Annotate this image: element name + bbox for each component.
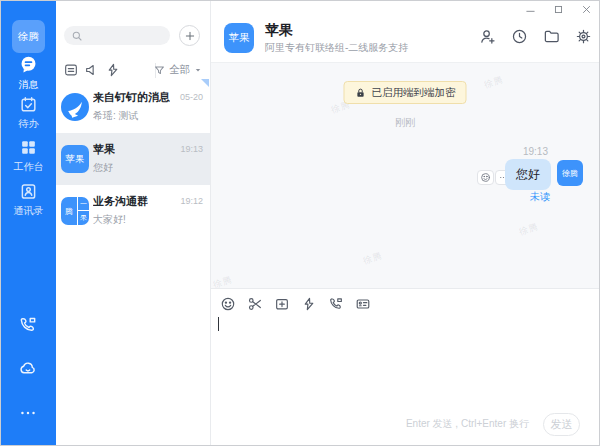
name-card-icon[interactable]	[355, 296, 371, 312]
avatar[interactable]: 徐腾	[12, 20, 45, 53]
watermark: 徐腾	[361, 249, 384, 268]
new-chat-button[interactable]	[179, 25, 200, 46]
call-icon[interactable]	[328, 296, 344, 312]
chat-item-preview: 您好	[93, 161, 113, 175]
time-divider: 刚刚	[211, 116, 599, 130]
message-bubble[interactable]: 您好	[505, 159, 551, 190]
encryption-banner: 已启用端到端加密	[344, 81, 467, 104]
cloud-disk-icon[interactable]	[18, 358, 38, 378]
sidebar-item-label: 工作台	[14, 160, 44, 174]
chat-item-name: 苹果	[93, 142, 115, 157]
new-message-wedge-icon[interactable]	[201, 79, 209, 87]
emoji-icon[interactable]	[220, 296, 236, 312]
chat-pane: 苹果 苹果 阿里专有钉联络组-二线服务支持	[211, 1, 599, 445]
file-plus-icon[interactable]	[274, 296, 290, 312]
dingtalk-window: 徐腾 消息 待办	[0, 0, 600, 446]
group-avatar-tile: 腾	[61, 197, 77, 225]
input-area: Enter 发送 , Ctrl+Enter 换行 发送	[211, 288, 599, 445]
sidebar-item-label: 消息	[19, 78, 39, 92]
message-time: 19:13	[523, 146, 548, 157]
chat-item-time: 19:12	[180, 196, 203, 206]
search-box[interactable]	[64, 26, 170, 45]
chat-item-preview: 希瑶: 测试	[93, 109, 139, 123]
filter-label: 全部	[169, 63, 190, 77]
minimize-icon[interactable]	[525, 4, 536, 15]
sidebar-item-label: 待办	[19, 117, 39, 131]
plus-icon	[184, 30, 196, 42]
lock-icon	[355, 87, 367, 99]
encryption-banner-text: 已启用端到端加密	[372, 86, 456, 100]
settings-gear-icon[interactable]	[575, 28, 592, 45]
contacts-book-icon	[19, 182, 38, 201]
flash-icon[interactable]	[301, 296, 317, 312]
search-input[interactable]	[87, 30, 157, 41]
caret-down-icon	[193, 65, 203, 75]
chat-list-panel: 全部 来自钉钉的消息 05-20 希瑶: 测试 苹果 苹果	[56, 1, 211, 445]
grid-icon	[19, 138, 38, 157]
calendar-check-icon	[19, 95, 38, 114]
chat-item-name: 来自钉钉的消息	[93, 90, 170, 105]
dingtalk-logo-avatar	[61, 93, 89, 121]
watermark: 徐腾	[517, 220, 540, 239]
watermark: 徐腾	[482, 73, 505, 92]
left-rail: 徐腾 消息 待办	[1, 1, 56, 445]
header-actions	[479, 28, 592, 45]
sidebar-item-label: 通讯录	[14, 204, 44, 218]
announcement-icon[interactable]	[84, 62, 100, 78]
sidebar-item-workbench[interactable]: 工作台	[1, 138, 56, 174]
chat-item-time: 05-20	[180, 92, 203, 102]
flash-icon[interactable]	[105, 62, 121, 78]
avatar[interactable]: 苹果	[224, 23, 254, 53]
message-input[interactable]	[211, 317, 599, 407]
folder-icon[interactable]	[543, 28, 560, 45]
chat-item-name: 业务沟通群	[93, 194, 148, 209]
chat-item-pingguo[interactable]: 苹果 苹果 19:13 您好	[56, 133, 210, 185]
phone-call-icon[interactable]	[18, 315, 38, 335]
window-controls	[525, 4, 592, 15]
filter-dropdown[interactable]: 全部	[153, 63, 203, 77]
funnel-icon	[153, 64, 166, 77]
chat-item-preview: 大家好!	[93, 213, 126, 227]
close-icon[interactable]	[581, 4, 592, 15]
avatar[interactable]: 徐腾	[557, 160, 583, 186]
read-status-badge[interactable]: 未读	[530, 190, 550, 204]
search-icon	[71, 30, 83, 42]
message-area: 徐腾 徐腾 徐腾 徐腾 徐腾 已启用端到端加密 刚刚 19:13	[211, 63, 599, 288]
ding-record-icon[interactable]	[63, 62, 79, 78]
emoji-react-icon[interactable]	[477, 170, 494, 185]
chat-item-group[interactable]: 腾 一 果 业务沟通群 19:12 大家好!	[56, 185, 210, 237]
group-avatar: 腾 一 果	[61, 197, 89, 225]
chat-title: 苹果	[265, 22, 293, 40]
send-hint: Enter 发送 , Ctrl+Enter 换行	[406, 417, 529, 431]
sidebar-item-contacts[interactable]: 通讯录	[1, 182, 56, 218]
send-button[interactable]: 发送	[543, 413, 580, 436]
text-caret	[218, 317, 219, 331]
list-toolbar: 全部	[56, 61, 211, 81]
group-avatar-tile: 果	[78, 211, 89, 225]
group-avatar-tile: 一	[78, 197, 89, 210]
add-member-icon[interactable]	[479, 28, 496, 45]
chat-item-dingtalk[interactable]: 来自钉钉的消息 05-20 希瑶: 测试	[56, 81, 210, 133]
history-icon[interactable]	[511, 28, 528, 45]
more-dots-icon[interactable]	[18, 403, 38, 423]
chat-item-time: 19:13	[180, 144, 203, 154]
chat-bubble-icon	[19, 55, 39, 75]
input-toolbar	[220, 296, 371, 312]
chat-subtitle: 阿里专有钉联络组-二线服务支持	[265, 41, 408, 55]
avatar: 苹果	[61, 145, 89, 173]
sidebar-item-todo[interactable]: 待办	[1, 95, 56, 131]
sidebar-item-messages[interactable]: 消息	[1, 55, 56, 92]
maximize-icon[interactable]	[553, 4, 564, 15]
screenshot-scissors-icon[interactable]	[247, 296, 263, 312]
